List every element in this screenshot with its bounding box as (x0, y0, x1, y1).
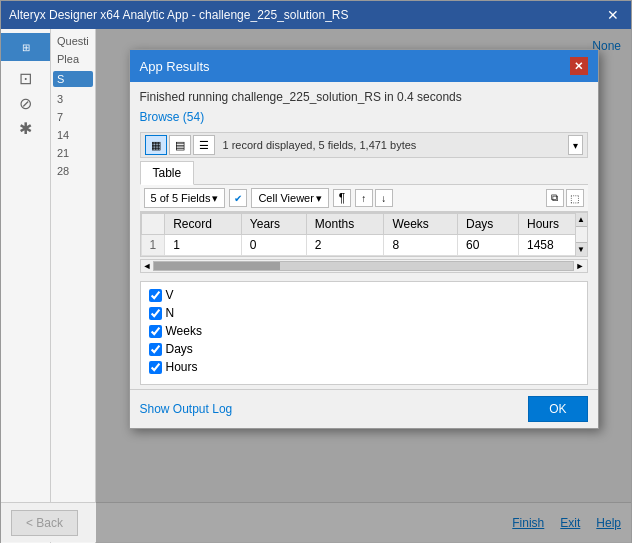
sidebar-questi: Questi (53, 33, 93, 49)
copy-icon-2: ⬚ (570, 193, 579, 204)
cell-record: 1 (165, 235, 242, 256)
browse-link[interactable]: Browse (54) (140, 110, 588, 124)
sidebar-s: S (53, 71, 93, 87)
checkmark-icon: ✔ (234, 193, 242, 204)
v-scroll-up[interactable]: ▲ (576, 213, 587, 227)
copy-btn-2[interactable]: ⬚ (566, 189, 584, 207)
view-toolbar: ▦ ▤ ☰ 1 record displayed, 5 fields, 1,47… (140, 132, 588, 158)
cell-weeks: 8 (384, 235, 458, 256)
cell-months: 2 (306, 235, 384, 256)
sidebar-tool-1[interactable]: ⊡ (19, 69, 32, 88)
sidebar-tool-3[interactable]: ✱ (19, 119, 32, 138)
h-scrollbar-area[interactable]: ◄ ► (140, 259, 588, 273)
main-window: Alteryx Designer x64 Analytic App - chal… (0, 0, 632, 543)
dialog-titlebar: App Results ✕ (130, 50, 598, 82)
column-view-btn[interactable]: ▤ (169, 135, 191, 155)
status-line: Finished running challenge_225_solution_… (140, 90, 588, 104)
back-button[interactable]: < Back (11, 510, 78, 536)
chevron-down-icon: ▾ (212, 192, 218, 205)
checkbox-row-1: V (149, 288, 579, 302)
checkboxes-panel: V N Weeks (140, 281, 588, 385)
h-scroll-left-icon[interactable]: ◄ (143, 261, 152, 271)
detail-view-icon: ☰ (199, 139, 209, 152)
sidebar-28: 28 (53, 163, 93, 179)
options-dropdown-btn[interactable]: ▾ (568, 135, 583, 155)
paragraph-icon: ¶ (339, 191, 345, 205)
copy-btn-1[interactable]: ⧉ (546, 189, 564, 207)
checkbox-n[interactable] (149, 307, 162, 320)
data-table-wrapper: Record Years Months Weeks Days Hours (141, 213, 587, 256)
th-record: Record (165, 214, 242, 235)
th-weeks: Weeks (384, 214, 458, 235)
copy-icon-1: ⧉ (551, 192, 558, 204)
checkbox-weeks[interactable] (149, 325, 162, 338)
h-scrollbar[interactable] (153, 261, 573, 271)
options-icon: ▾ (573, 140, 578, 151)
left-sidebar: ⊞ ⊡ ⊘ ✱ (1, 29, 51, 543)
main-close-btn[interactable]: ✕ (603, 7, 623, 23)
th-row-num (141, 214, 165, 235)
show-output-log-link[interactable]: Show Output Log (140, 402, 233, 416)
checkbox-v-label: V (166, 288, 174, 302)
sidebar-14: 14 (53, 127, 93, 143)
detail-view-btn[interactable]: ☰ (193, 135, 215, 155)
fields-label: 5 of 5 Fields (151, 192, 211, 204)
checkbox-hours-label: Hours (166, 360, 198, 374)
main-title: Alteryx Designer x64 Analytic App - chal… (9, 8, 349, 22)
h-scrollbar-thumb (154, 262, 279, 270)
checkbox-row-hours: Hours (149, 360, 579, 374)
column-view-icon: ▤ (175, 139, 185, 152)
cell-viewer-btn[interactable]: Cell Viewer ▾ (251, 188, 328, 208)
row-num: 1 (141, 235, 165, 256)
sort-buttons: ↑ ↓ (355, 189, 393, 207)
v-scroll-down[interactable]: ▼ (576, 242, 587, 256)
sidebar-tool-2[interactable]: ⊘ (19, 94, 32, 113)
main-titlebar: Alteryx Designer x64 Analytic App - chal… (1, 1, 631, 29)
cell-viewer-chevron: ▾ (316, 192, 322, 205)
scroll-down-icon: ▼ (577, 245, 585, 254)
paragraph-btn[interactable]: ¶ (333, 189, 351, 207)
table-view-btn[interactable]: ▦ (145, 135, 167, 155)
dialog-footer: Show Output Log OK (130, 389, 598, 428)
checkbox-weeks-label: Weeks (166, 324, 202, 338)
tab-table[interactable]: Table (140, 161, 195, 185)
dialog-close-btn[interactable]: ✕ (570, 57, 588, 75)
sort-up-btn[interactable]: ↑ (355, 189, 373, 207)
cell-viewer-label: Cell Viewer (258, 192, 313, 204)
ok-button[interactable]: OK (528, 396, 587, 422)
th-days: Days (457, 214, 518, 235)
fields-dropdown-btn[interactable]: 5 of 5 Fields ▾ (144, 188, 226, 208)
checkmark-btn[interactable]: ✔ (229, 189, 247, 207)
th-years: Years (241, 214, 306, 235)
sort-up-icon: ↑ (361, 193, 366, 204)
sort-down-icon: ↓ (381, 193, 386, 204)
checkbox-n-label: N (166, 306, 175, 320)
sidebar-icon: ⊞ (22, 42, 30, 53)
checkbox-row-days: Days (149, 342, 579, 356)
h-scroll-right-icon[interactable]: ► (576, 261, 585, 271)
scroll-up-icon: ▲ (577, 215, 585, 224)
dialog-title: App Results (140, 59, 210, 74)
checkbox-days[interactable] (149, 343, 162, 356)
modal-overlay: App Results ✕ Finished running challenge… (96, 29, 631, 543)
table-row: 1 1 0 2 8 60 1458 (141, 235, 586, 256)
cell-years: 0 (241, 235, 306, 256)
checkbox-days-label: Days (166, 342, 193, 356)
sidebar-plea: Plea (53, 51, 93, 67)
record-info: 1 record displayed, 5 fields, 1,471 byte… (223, 139, 566, 151)
v-scrollbar[interactable]: ▲ ▼ (575, 213, 587, 256)
th-months: Months (306, 214, 384, 235)
data-table: Record Years Months Weeks Days Hours (141, 213, 587, 256)
sidebar-21: 21 (53, 145, 93, 161)
cell-days: 60 (457, 235, 518, 256)
checkbox-v[interactable] (149, 289, 162, 302)
checkbox-hours[interactable] (149, 361, 162, 374)
checkbox-row-weeks: Weeks (149, 324, 579, 338)
sidebar-7: 7 (53, 109, 93, 125)
app-results-dialog: App Results ✕ Finished running challenge… (129, 49, 599, 429)
checkbox-row-2: N (149, 306, 579, 320)
sort-down-btn[interactable]: ↓ (375, 189, 393, 207)
table-view-icon: ▦ (151, 139, 161, 152)
sub-toolbar: 5 of 5 Fields ▾ ✔ Cell Viewer ▾ (140, 185, 588, 212)
dialog-body: Finished running challenge_225_solution_… (130, 82, 598, 281)
